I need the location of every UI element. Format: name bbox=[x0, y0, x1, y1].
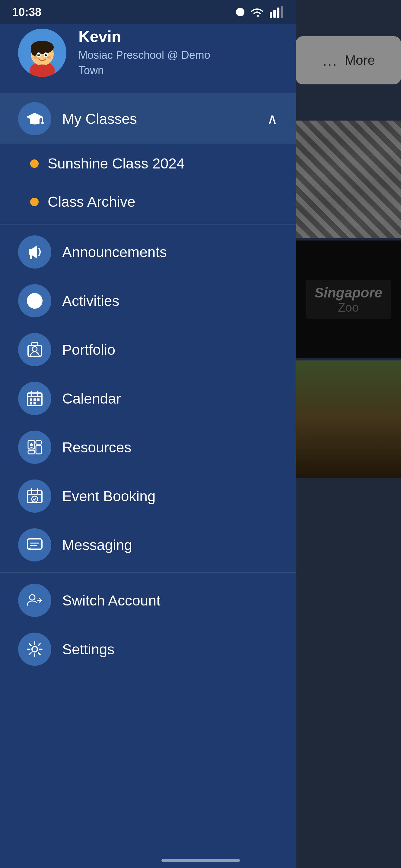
switch-account-label: Switch Account bbox=[62, 592, 161, 609]
svg-rect-3 bbox=[281, 6, 283, 18]
menu-item-messaging[interactable]: Messaging bbox=[0, 521, 296, 569]
my-classes-icon-circle bbox=[18, 102, 51, 135]
home-indicator bbox=[162, 859, 240, 862]
calendar-icon-circle bbox=[18, 382, 51, 415]
resources-label: Resources bbox=[62, 439, 131, 456]
sunshine-class-dot bbox=[30, 159, 39, 168]
settings-icon-circle bbox=[18, 632, 51, 666]
my-classes-label: My Classes bbox=[62, 111, 137, 127]
svg-rect-28 bbox=[33, 398, 36, 401]
svg-rect-37 bbox=[27, 491, 42, 503]
user-school: Mosiac Preschool @ Demo Town bbox=[79, 48, 210, 78]
svg-point-16 bbox=[33, 56, 38, 59]
menu-item-switch-account[interactable]: Switch Account bbox=[0, 576, 296, 625]
menu-item-activities[interactable]: Activities bbox=[0, 276, 296, 325]
user-name: Kevin bbox=[79, 27, 210, 46]
resources-icon bbox=[26, 438, 44, 456]
svg-rect-35 bbox=[36, 445, 41, 454]
portfolio-label: Portfolio bbox=[62, 341, 115, 358]
event-booking-icon-circle bbox=[18, 479, 51, 513]
class-archive-dot bbox=[30, 198, 39, 206]
resources-icon-circle bbox=[18, 431, 51, 464]
avatar-image bbox=[18, 29, 66, 77]
status-icons bbox=[236, 6, 284, 18]
menu-item-settings[interactable]: Settings bbox=[0, 625, 296, 674]
user-info: Kevin Mosiac Preschool @ Demo Town bbox=[79, 27, 210, 78]
class-archive-item[interactable]: Class Archive bbox=[0, 183, 296, 221]
divider-1 bbox=[0, 224, 296, 224]
menu-item-calendar[interactable]: Calendar bbox=[0, 374, 296, 423]
announcements-label: Announcements bbox=[62, 244, 167, 260]
gear-icon bbox=[26, 640, 44, 658]
settings-label: Settings bbox=[62, 641, 114, 658]
portfolio-icon-circle bbox=[18, 333, 51, 366]
svg-point-15 bbox=[46, 54, 47, 55]
messaging-icon-circle bbox=[18, 528, 51, 561]
svg-rect-42 bbox=[27, 539, 42, 549]
menu-item-event-booking[interactable]: Event Booking bbox=[0, 472, 296, 521]
status-time: 10:38 bbox=[12, 6, 41, 19]
switch-account-icon bbox=[26, 591, 44, 610]
avatar bbox=[18, 29, 66, 77]
svg-rect-1 bbox=[274, 10, 276, 18]
svg-point-14 bbox=[39, 54, 39, 55]
my-classes-toggle[interactable]: My Classes ∧ bbox=[0, 93, 296, 144]
dim-overlay bbox=[296, 0, 401, 868]
menu-item-portfolio[interactable]: Portfolio bbox=[0, 325, 296, 374]
svg-rect-18 bbox=[42, 117, 43, 122]
screen: … More Singapore Zoo 10:38 bbox=[0, 0, 401, 868]
svg-point-46 bbox=[32, 647, 37, 652]
messaging-label: Messaging bbox=[62, 537, 132, 553]
sunshine-class-label: Sunshine Class 2024 bbox=[48, 155, 185, 172]
menu-item-resources[interactable]: Resources bbox=[0, 423, 296, 472]
calendar-icon bbox=[26, 390, 44, 407]
wifi-icon bbox=[249, 6, 265, 18]
divider-2 bbox=[0, 572, 296, 573]
megaphone-icon bbox=[26, 243, 44, 261]
my-classes-left: My Classes bbox=[18, 102, 137, 135]
svg-rect-2 bbox=[277, 7, 279, 18]
svg-rect-0 bbox=[270, 12, 272, 18]
svg-rect-34 bbox=[36, 441, 41, 444]
recording-indicator bbox=[236, 8, 245, 16]
svg-rect-27 bbox=[30, 398, 32, 401]
portfolio-icon bbox=[26, 341, 44, 359]
chevron-up-icon: ∧ bbox=[267, 110, 278, 127]
svg-rect-33 bbox=[28, 450, 35, 454]
svg-rect-30 bbox=[30, 402, 32, 404]
class-archive-label: Class Archive bbox=[48, 193, 136, 210]
svg-point-17 bbox=[47, 56, 51, 59]
messaging-icon bbox=[26, 536, 44, 554]
svg-point-45 bbox=[30, 595, 35, 600]
drawer: 10:38 bbox=[0, 0, 296, 868]
status-bar: 10:38 bbox=[0, 0, 296, 24]
event-booking-icon bbox=[26, 487, 44, 505]
signal-icon bbox=[270, 6, 284, 18]
menu-item-announcements[interactable]: Announcements bbox=[0, 227, 296, 276]
svg-point-22 bbox=[32, 347, 37, 351]
graduation-cap-icon bbox=[26, 110, 44, 128]
calendar-label: Calendar bbox=[62, 390, 121, 407]
activities-icon-circle bbox=[18, 284, 51, 317]
activities-label: Activities bbox=[62, 293, 119, 309]
svg-rect-31 bbox=[33, 402, 36, 404]
event-booking-label: Event Booking bbox=[62, 488, 156, 504]
basketball-icon bbox=[26, 292, 44, 310]
svg-rect-29 bbox=[37, 398, 39, 401]
announcements-icon-circle bbox=[18, 236, 51, 269]
sunshine-class-item[interactable]: Sunshine Class 2024 bbox=[0, 144, 296, 183]
svg-point-19 bbox=[41, 122, 44, 124]
switch-account-icon-circle bbox=[18, 584, 51, 617]
svg-point-36 bbox=[30, 443, 33, 446]
